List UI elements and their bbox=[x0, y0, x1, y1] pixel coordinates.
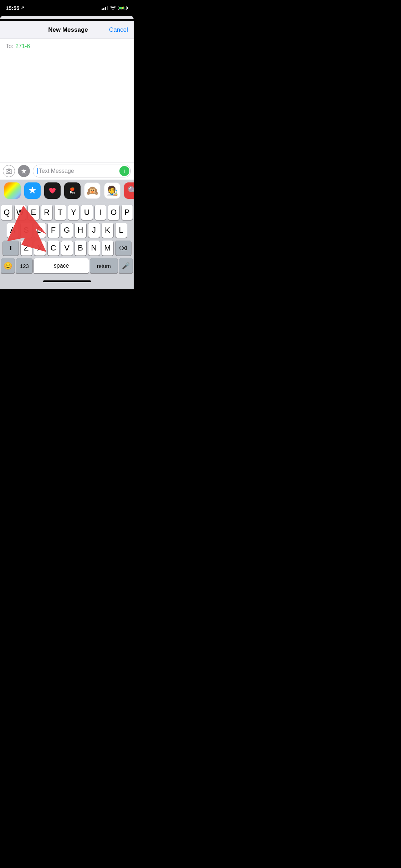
bottom-bar bbox=[0, 278, 134, 289]
key-G[interactable]: G bbox=[61, 223, 73, 238]
keyboard-row-4: 😊 123 space return 🎤 bbox=[1, 258, 133, 273]
text-cursor bbox=[37, 168, 38, 174]
send-button[interactable]: ↑ bbox=[119, 166, 129, 176]
delete-key[interactable]: ⌫ bbox=[115, 241, 131, 255]
to-field[interactable]: To: 271-6 bbox=[0, 39, 134, 54]
sheet-spacer bbox=[0, 16, 134, 21]
mic-key[interactable]: 🎤 bbox=[119, 258, 133, 273]
emoji-key[interactable]: 😊 bbox=[1, 258, 15, 273]
key-U[interactable]: U bbox=[81, 205, 93, 220]
key-Y[interactable]: Y bbox=[68, 205, 79, 220]
shift-key[interactable]: ⬆ bbox=[3, 241, 19, 255]
text-field-border: Text Message bbox=[33, 165, 131, 177]
battery-icon: ⚡ bbox=[118, 6, 128, 10]
location-icon: ↗ bbox=[21, 5, 24, 10]
signal-bar-3 bbox=[105, 7, 106, 10]
app-applepay-icon[interactable]: 🍎 Pay bbox=[64, 182, 81, 199]
key-B[interactable]: B bbox=[75, 241, 86, 255]
page-wrapper: 15:55 ↗ ⚡ bbox=[0, 0, 134, 289]
status-bar: 15:55 ↗ ⚡ bbox=[0, 0, 134, 16]
status-time: 15:55 ↗ bbox=[6, 5, 24, 11]
time-display: 15:55 bbox=[6, 5, 19, 11]
keyboard-row-2: A S D F G H J K L bbox=[1, 223, 133, 238]
message-body bbox=[0, 54, 134, 162]
key-D[interactable]: D bbox=[34, 223, 46, 238]
app-memoji2-icon[interactable]: 🧑‍🎨 bbox=[104, 182, 120, 199]
key-R[interactable]: R bbox=[41, 205, 53, 220]
key-S[interactable]: S bbox=[21, 223, 32, 238]
numbers-key[interactable]: 123 bbox=[16, 258, 32, 273]
svg-point-1 bbox=[8, 170, 10, 173]
header: New Message Cancel bbox=[0, 21, 134, 39]
send-arrow-icon: ↑ bbox=[123, 168, 126, 174]
camera-button[interactable] bbox=[3, 165, 15, 177]
key-M[interactable]: M bbox=[102, 241, 113, 255]
battery-bolt: ⚡ bbox=[121, 6, 124, 10]
app-strip: 🍎 Pay 🙉 🧑‍🎨 🔍 bbox=[0, 180, 134, 202]
wifi-icon bbox=[110, 5, 116, 11]
key-E[interactable]: E bbox=[28, 205, 39, 220]
space-key[interactable]: space bbox=[34, 258, 89, 273]
key-A[interactable]: A bbox=[7, 223, 19, 238]
keyboard: Q W E R T Y U I O P A S D F G H J K L ⬆ … bbox=[0, 202, 134, 278]
key-N[interactable]: N bbox=[88, 241, 100, 255]
keyboard-row-3: ⬆ Z X C V B N M ⌫ bbox=[1, 241, 133, 255]
app-stickers-icon[interactable] bbox=[44, 182, 61, 199]
app-search-icon[interactable]: 🔍 bbox=[124, 182, 134, 199]
keyboard-row-1: Q W E R T Y U I O P bbox=[1, 205, 133, 220]
signal-bar-1 bbox=[102, 9, 103, 10]
key-V[interactable]: V bbox=[61, 241, 73, 255]
key-J[interactable]: J bbox=[88, 223, 100, 238]
key-I[interactable]: I bbox=[95, 205, 106, 220]
input-bar: Text Message ↑ bbox=[0, 162, 134, 180]
key-O[interactable]: O bbox=[108, 205, 119, 220]
key-X[interactable]: X bbox=[34, 241, 46, 255]
to-label: To: bbox=[6, 43, 13, 50]
apps-button[interactable] bbox=[18, 165, 30, 177]
signal-bars bbox=[102, 6, 108, 10]
app-photos-icon[interactable] bbox=[4, 182, 21, 199]
input-placeholder: Text Message bbox=[39, 168, 74, 174]
signal-bar-2 bbox=[103, 8, 104, 10]
key-Z[interactable]: Z bbox=[21, 241, 32, 255]
app-appstore-icon[interactable] bbox=[24, 182, 41, 199]
key-P[interactable]: P bbox=[122, 205, 133, 220]
message-input[interactable]: Text Message ↑ bbox=[33, 165, 131, 177]
app-memoji1-icon[interactable]: 🙉 bbox=[84, 182, 101, 199]
key-Q[interactable]: Q bbox=[1, 205, 12, 220]
cancel-button[interactable]: Cancel bbox=[109, 26, 128, 33]
key-W[interactable]: W bbox=[15, 205, 26, 220]
key-T[interactable]: T bbox=[55, 205, 66, 220]
key-C[interactable]: C bbox=[48, 241, 59, 255]
sheet-top bbox=[0, 16, 134, 19]
key-L[interactable]: L bbox=[115, 223, 127, 238]
to-value: 271-6 bbox=[15, 43, 30, 50]
signal-bar-4 bbox=[107, 6, 108, 10]
home-indicator bbox=[43, 280, 91, 282]
key-H[interactable]: H bbox=[75, 223, 86, 238]
status-icons: ⚡ bbox=[102, 5, 128, 11]
key-K[interactable]: K bbox=[102, 223, 113, 238]
header-title: New Message bbox=[27, 26, 109, 33]
key-F[interactable]: F bbox=[48, 223, 59, 238]
return-key[interactable]: return bbox=[90, 258, 118, 273]
